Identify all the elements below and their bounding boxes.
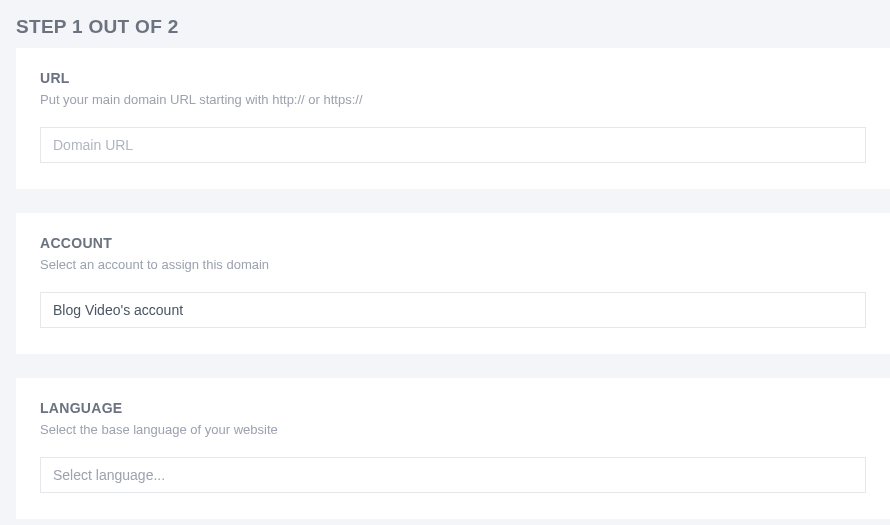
step-title: STEP 1 OUT OF 2 (0, 0, 890, 48)
url-section-subtitle: Put your main domain URL starting with h… (40, 92, 866, 107)
url-section-title: URL (40, 70, 866, 86)
language-section: LANGUAGE Select the base language of you… (16, 378, 890, 519)
language-section-subtitle: Select the base language of your website (40, 422, 866, 437)
account-section-title: ACCOUNT (40, 235, 866, 251)
account-section: ACCOUNT Select an account to assign this… (16, 213, 890, 354)
language-select[interactable]: Select language... (40, 457, 866, 493)
language-section-title: LANGUAGE (40, 400, 866, 416)
account-section-subtitle: Select an account to assign this domain (40, 257, 866, 272)
account-select[interactable]: Blog Video's account (40, 292, 866, 328)
url-section: URL Put your main domain URL starting wi… (16, 48, 890, 189)
domain-url-input[interactable] (40, 127, 866, 163)
